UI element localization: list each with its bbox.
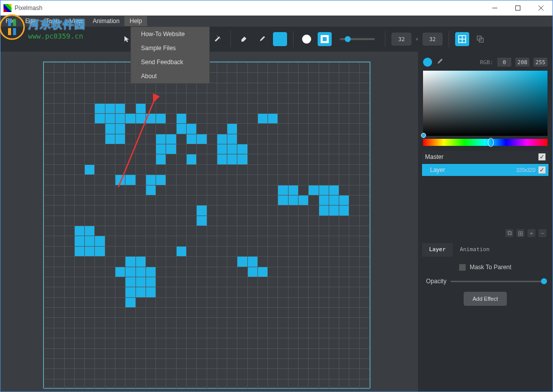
layer-master-visible[interactable]: ✓ bbox=[538, 153, 545, 160]
overlay-toggle[interactable] bbox=[473, 32, 487, 46]
rgb-label: RGB: bbox=[480, 59, 494, 66]
layer-item-dim: 320x320 bbox=[516, 167, 535, 173]
menu-view[interactable]: View bbox=[65, 16, 88, 26]
layer-tabs: LayerAnimation bbox=[422, 243, 548, 257]
layer-add-icon[interactable]: + bbox=[527, 229, 535, 237]
shape-pixel[interactable] bbox=[318, 32, 332, 46]
layer-master-label: Master bbox=[425, 153, 444, 160]
layer-item[interactable]: Layer 320x320 ✓ bbox=[422, 164, 548, 176]
wand-tool[interactable] bbox=[210, 32, 224, 46]
add-effect-button[interactable]: Add Effect bbox=[464, 292, 507, 306]
menu-tools[interactable]: Tools bbox=[41, 16, 65, 26]
close-button[interactable] bbox=[529, 1, 552, 16]
brush-tool[interactable] bbox=[255, 32, 269, 46]
layer-group-icon[interactable]: ⊞ bbox=[516, 229, 524, 237]
layer-duplicate-icon[interactable]: ⧉ bbox=[505, 229, 513, 237]
titlebar: Pixelmash bbox=[1, 1, 552, 16]
canvas-height-input[interactable]: 32 bbox=[423, 33, 443, 46]
side-panel: RGB: 0 208 255 Master ✓ Layer 320x320 ✓ bbox=[418, 52, 552, 391]
help-item-about[interactable]: About bbox=[131, 69, 209, 83]
menu-file[interactable]: File bbox=[1, 16, 20, 26]
rgb-g[interactable]: 208 bbox=[515, 58, 529, 67]
menu-edit[interactable]: Edit bbox=[20, 16, 41, 26]
layer-master[interactable]: Master ✓ bbox=[422, 151, 548, 163]
mask-to-parent-label: Mask To Parent bbox=[470, 264, 511, 271]
layer-buttons: ⧉ ⊞ + − bbox=[420, 227, 550, 239]
help-dropdown: How-To WebsiteSample FilesSend FeedbackA… bbox=[130, 27, 210, 84]
window-title: Pixelmash bbox=[15, 5, 483, 12]
layer-item-visible[interactable]: ✓ bbox=[538, 166, 545, 173]
menu-animation[interactable]: Animation bbox=[88, 16, 124, 26]
layer-remove-icon[interactable]: − bbox=[538, 229, 546, 237]
menu-help[interactable]: Help bbox=[124, 16, 147, 26]
color-swatch[interactable] bbox=[273, 32, 287, 46]
canvas-area[interactable] bbox=[1, 52, 418, 391]
app-icon bbox=[4, 4, 12, 12]
toolbar: 32 × 32 bbox=[1, 27, 552, 52]
help-item-send-feedback[interactable]: Send Feedback bbox=[131, 55, 209, 69]
layer-item-label: Layer bbox=[430, 166, 445, 173]
canvas-width-input[interactable]: 32 bbox=[391, 33, 411, 46]
maximize-button[interactable] bbox=[506, 1, 529, 16]
svg-rect-1 bbox=[516, 6, 520, 11]
menubar: FileEditToolsViewAnimationHelp bbox=[1, 16, 552, 27]
rgb-b[interactable]: 255 bbox=[533, 58, 547, 67]
help-item-sample-files[interactable]: Sample Files bbox=[131, 41, 209, 55]
svg-point-12 bbox=[217, 36, 217, 36]
svg-rect-15 bbox=[323, 37, 327, 41]
tab-animation[interactable]: Animation bbox=[453, 243, 497, 257]
eyedropper-icon[interactable] bbox=[436, 58, 443, 67]
mask-to-parent-checkbox[interactable] bbox=[459, 264, 466, 271]
color-picker[interactable] bbox=[423, 71, 547, 136]
svg-point-13 bbox=[220, 38, 220, 39]
shape-circle[interactable] bbox=[300, 32, 314, 46]
brush-size-slider[interactable] bbox=[340, 38, 375, 40]
help-item-how-to-website[interactable]: How-To Website bbox=[131, 27, 209, 41]
current-color-dot[interactable] bbox=[423, 58, 432, 67]
hue-slider[interactable] bbox=[423, 139, 547, 146]
opacity-label: Opacity bbox=[426, 278, 447, 285]
tab-layer[interactable]: Layer bbox=[422, 243, 453, 257]
svg-point-11 bbox=[219, 37, 220, 38]
dimension-x: × bbox=[416, 37, 419, 42]
minimize-button[interactable] bbox=[483, 1, 506, 16]
opacity-slider[interactable] bbox=[451, 281, 544, 282]
eraser-tool[interactable] bbox=[237, 32, 251, 46]
rgb-r[interactable]: 0 bbox=[497, 58, 511, 67]
grid-toggle[interactable] bbox=[455, 32, 469, 46]
